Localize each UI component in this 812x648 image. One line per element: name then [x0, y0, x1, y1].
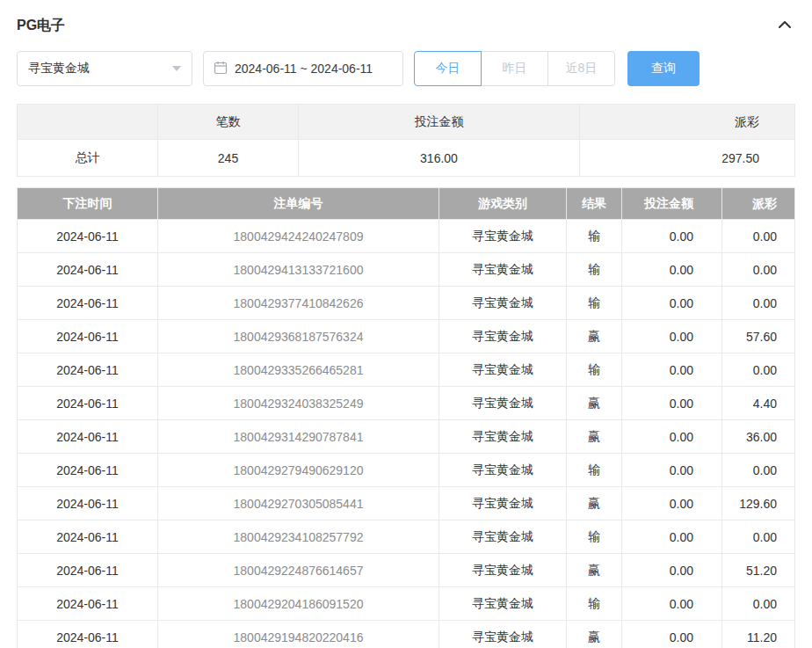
cell-bet-time: 2024-06-11: [18, 353, 158, 387]
table-row: 2024-06-111800429314290787841寻宝黄金城赢0.003…: [18, 420, 795, 454]
query-button[interactable]: 查询: [627, 51, 700, 86]
cell-payout: 0.00: [722, 220, 795, 253]
cell-result: 赢: [567, 621, 622, 648]
summary-total-bet-amount: 316.00: [299, 140, 580, 177]
cell-bet-amount: 0.00: [622, 621, 722, 648]
summary-total-row: 总计 245 316.00 297.50: [18, 140, 795, 177]
cell-game-category: 寻宝黄金城: [439, 387, 567, 420]
table-row: 2024-06-111800429413133721600寻宝黄金城输0.000…: [18, 253, 795, 287]
cell-bet-id: 1800429314290787841: [158, 420, 439, 454]
chevron-down-icon: [172, 66, 181, 71]
cell-bet-id: 1800429335266465281: [158, 353, 439, 387]
cell-payout: 0.00: [722, 287, 795, 320]
cell-payout: 57.60: [722, 320, 795, 353]
calendar-icon: [214, 61, 228, 77]
game-select-value: 寻宝黄金城: [28, 61, 90, 76]
cell-bet-time: 2024-06-11: [18, 487, 158, 521]
summary-table: 笔数 投注金额 派彩 总计 245 316.00 297.50: [17, 104, 795, 177]
header-result: 结果: [567, 188, 622, 220]
cell-bet-amount: 0.00: [622, 353, 722, 387]
cell-bet-time: 2024-06-11: [18, 253, 158, 287]
cell-result: 输: [567, 587, 622, 621]
cell-bet-time: 2024-06-11: [18, 621, 158, 648]
cell-bet-amount: 0.00: [622, 220, 722, 253]
cell-game-category: 寻宝黄金城: [439, 487, 567, 521]
cell-bet-amount: 0.00: [622, 387, 722, 420]
cell-result: 输: [567, 253, 622, 287]
collapse-button[interactable]: [774, 16, 795, 36]
cell-bet-id: 1800429270305085441: [158, 487, 439, 521]
table-row: 2024-06-111800429377410842626寻宝黄金城输0.000…: [18, 287, 795, 320]
header-bet-id: 注单编号: [158, 188, 439, 220]
cell-bet-time: 2024-06-11: [18, 454, 158, 487]
cell-bet-amount: 0.00: [622, 420, 722, 454]
cell-bet-id: 1800429224876614657: [158, 554, 439, 587]
bet-records-table: 下注时间 注单编号 游戏类别 结果 投注金额 派彩 2024-06-111800…: [17, 187, 795, 648]
date-range-value: 2024-06-11 ~ 2024-06-11: [235, 62, 373, 76]
cell-bet-time: 2024-06-11: [18, 320, 158, 353]
summary-header-bet-amount: 投注金额: [299, 105, 580, 140]
cell-bet-amount: 0.00: [622, 454, 722, 487]
summary-header-row: 笔数 投注金额 派彩: [18, 105, 795, 140]
cell-payout: 0.00: [722, 253, 795, 287]
table-row: 2024-06-111800429335266465281寻宝黄金城输0.000…: [18, 353, 795, 387]
cell-game-category: 寻宝黄金城: [439, 554, 567, 587]
cell-game-category: 寻宝黄金城: [439, 587, 567, 621]
cell-result: 输: [567, 454, 622, 487]
cell-payout: 51.20: [722, 554, 795, 587]
cell-game-category: 寻宝黄金城: [439, 220, 567, 253]
table-row: 2024-06-111800429279490629120寻宝黄金城输0.000…: [18, 454, 795, 487]
cell-bet-id: 1800429204186091520: [158, 587, 439, 621]
chevron-up-icon: [778, 19, 792, 33]
cell-bet-id: 1800429424240247809: [158, 220, 439, 253]
table-row: 2024-06-111800429204186091520寻宝黄金城输0.000…: [18, 587, 795, 621]
cell-result: 输: [567, 287, 622, 320]
cell-result: 赢: [567, 554, 622, 587]
cell-payout: 129.60: [722, 487, 795, 521]
table-row: 2024-06-111800429234108257792寻宝黄金城输0.000…: [18, 521, 795, 554]
cell-game-category: 寻宝黄金城: [439, 287, 567, 320]
cell-bet-time: 2024-06-11: [18, 287, 158, 320]
cell-game-category: 寻宝黄金城: [439, 454, 567, 487]
cell-bet-time: 2024-06-11: [18, 554, 158, 587]
cell-payout: 0.00: [722, 587, 795, 621]
cell-result: 赢: [567, 320, 622, 353]
table-row: 2024-06-111800429194820220416寻宝黄金城赢0.001…: [18, 621, 795, 648]
summary-header-count: 笔数: [158, 105, 299, 140]
cell-result: 赢: [567, 487, 622, 521]
cell-bet-id: 1800429279490629120: [158, 454, 439, 487]
cell-bet-time: 2024-06-11: [18, 587, 158, 621]
panel-header: PG电子: [17, 11, 795, 40]
cell-payout: 4.40: [722, 387, 795, 420]
cell-bet-amount: 0.00: [622, 587, 722, 621]
table-row: 2024-06-111800429368187576324寻宝黄金城赢0.005…: [18, 320, 795, 353]
detail-table-body: 2024-06-111800429424240247809寻宝黄金城输0.000…: [18, 220, 795, 648]
summary-total-label: 总计: [18, 140, 158, 177]
cell-result: 赢: [567, 420, 622, 454]
cell-bet-time: 2024-06-11: [18, 420, 158, 454]
cell-result: 输: [567, 353, 622, 387]
game-select[interactable]: 寻宝黄金城: [17, 51, 192, 86]
report-panel: PG电子 寻宝黄金城 2024-06-11 ~ 2024-06-11: [0, 0, 812, 648]
table-row: 2024-06-111800429270305085441寻宝黄金城赢0.001…: [18, 487, 795, 521]
header-payout: 派彩: [722, 188, 795, 220]
quick-range-button-group: 今日 昨日 近8日: [414, 51, 615, 86]
cell-result: 赢: [567, 387, 622, 420]
cell-bet-amount: 0.00: [622, 487, 722, 521]
range-button-yesterday[interactable]: 昨日: [481, 51, 548, 86]
cell-game-category: 寻宝黄金城: [439, 320, 567, 353]
cell-game-category: 寻宝黄金城: [439, 621, 567, 648]
range-button-last8days[interactable]: 近8日: [547, 51, 615, 86]
detail-header-row: 下注时间 注单编号 游戏类别 结果 投注金额 派彩: [18, 188, 795, 220]
filter-bar: 寻宝黄金城 2024-06-11 ~ 2024-06-11 今日 昨日 近8日 …: [17, 51, 795, 86]
cell-bet-amount: 0.00: [622, 253, 722, 287]
cell-bet-id: 1800429413133721600: [158, 253, 439, 287]
summary-header-blank: [18, 105, 158, 140]
summary-total-payout: 297.50: [580, 140, 795, 177]
cell-bet-id: 1800429377410842626: [158, 287, 439, 320]
cell-bet-time: 2024-06-11: [18, 220, 158, 253]
date-range-input[interactable]: 2024-06-11 ~ 2024-06-11: [203, 51, 403, 86]
range-button-today[interactable]: 今日: [414, 51, 482, 86]
cell-bet-amount: 0.00: [622, 554, 722, 587]
summary-header-payout: 派彩: [580, 105, 795, 140]
